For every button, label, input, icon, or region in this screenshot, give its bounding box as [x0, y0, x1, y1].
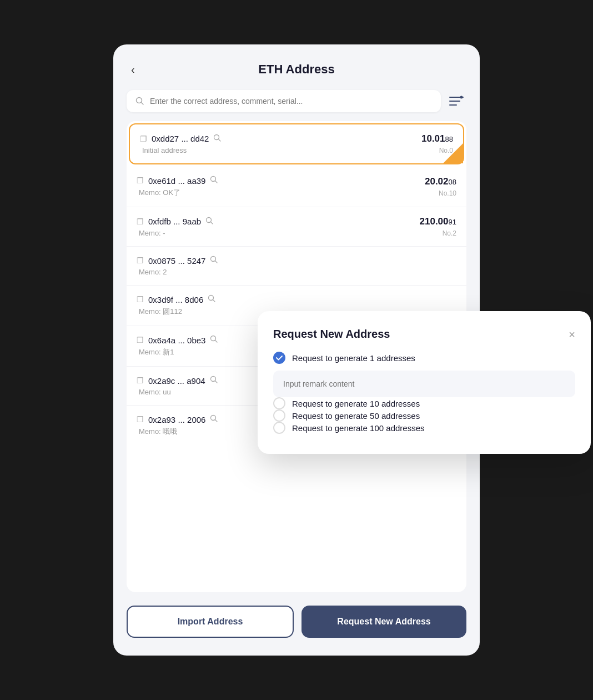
addr-amount: 210.0091	[420, 216, 456, 227]
search-addr-icon[interactable]	[210, 176, 218, 186]
addr-top: ❐ 0xdd27 ... dd42	[140, 134, 222, 144]
address-item[interactable]: ❐ 0xfdfb ... 9aab Memo: - 210.0091 No.2	[127, 207, 466, 247]
selected-corner	[443, 143, 463, 163]
modal-title: Request New Address	[273, 328, 390, 341]
addr-amount: 10.0188	[421, 133, 453, 144]
modal-header: Request New Address ×	[273, 328, 575, 341]
addr-amount: 20.0208	[425, 176, 456, 187]
modal-option[interactable]: Request to generate 100 addresses	[273, 422, 575, 434]
addr-top: ❐ 0x6a4a ... 0be3	[137, 335, 218, 345]
radio-label: Request to generate 100 addresses	[292, 423, 425, 433]
svg-line-17	[215, 341, 218, 343]
addr-top: ❐ 0x2a93 ... 2006	[137, 414, 218, 424]
copy-icon[interactable]: ❐	[137, 295, 144, 304]
addr-left: ❐ 0xe61d ... aa39 Memo: OK了	[137, 176, 218, 198]
addr-no: No.10	[439, 189, 456, 197]
addr-hash: 0xdd27 ... dd42	[152, 134, 209, 143]
radio-checked-icon	[273, 352, 285, 364]
import-address-button[interactable]: Import Address	[127, 606, 294, 638]
addr-hash: 0x3d9f ... 8d06	[148, 295, 203, 304]
addr-memo: Memo: 2	[137, 268, 218, 276]
radio-label: Request to generate 50 addresses	[292, 411, 420, 421]
addr-left: ❐ 0x2a93 ... 2006 Memo: 哦哦	[137, 414, 218, 437]
copy-icon[interactable]: ❐	[137, 336, 144, 344]
search-input[interactable]	[150, 97, 432, 106]
search-addr-icon[interactable]	[210, 256, 218, 266]
radio-option[interactable]: Request to generate 1 addresses	[273, 352, 575, 364]
svg-line-7	[219, 139, 221, 141]
addr-hash: 0x0875 ... 5247	[148, 256, 205, 266]
radio-label: Request to generate 10 addresses	[292, 399, 420, 408]
addr-top: ❐ 0xe61d ... aa39	[137, 176, 218, 186]
request-address-modal: Request New Address × Request to generat…	[258, 311, 591, 454]
filter-button[interactable]	[446, 92, 466, 110]
radio-unchecked-icon	[273, 397, 285, 409]
addr-hash: 0xfdfb ... 9aab	[148, 217, 201, 226]
svg-line-19	[215, 381, 217, 383]
addr-memo: Memo: OK了	[137, 188, 218, 198]
search-addr-icon[interactable]	[210, 335, 218, 345]
addr-memo: Initial address	[140, 146, 222, 154]
radio-option[interactable]: Request to generate 100 addresses	[273, 422, 575, 434]
addr-top: ❐ 0x2a9c ... a904	[137, 376, 218, 386]
addr-memo: Memo: -	[137, 229, 214, 237]
svg-line-11	[211, 222, 213, 224]
search-addr-icon[interactable]	[213, 134, 222, 144]
search-icon	[135, 97, 144, 106]
modal-options: Request to generate 1 addresses Request …	[273, 352, 575, 434]
addr-right: 210.0091 No.2	[420, 216, 456, 237]
svg-line-1	[142, 103, 144, 105]
addr-left: ❐ 0xfdfb ... 9aab Memo: -	[137, 217, 214, 237]
request-new-address-button[interactable]: Request New Address	[301, 606, 466, 638]
radio-option[interactable]: Request to generate 50 addresses	[273, 409, 575, 422]
addr-right: 20.0208 No.10	[425, 176, 456, 197]
addr-no: No.2	[443, 229, 456, 237]
modal-option[interactable]: Request to generate 10 addresses	[273, 397, 575, 409]
search-bar	[127, 90, 466, 112]
copy-icon[interactable]: ❐	[137, 217, 144, 226]
copy-icon[interactable]: ❐	[140, 134, 147, 143]
addr-hash: 0x6a4a ... 0be3	[148, 336, 205, 345]
radio-unchecked-icon	[273, 422, 285, 434]
addr-memo: Memo: uu	[137, 388, 218, 396]
addr-top: ❐ 0x0875 ... 5247	[137, 256, 218, 266]
copy-icon[interactable]: ❐	[137, 415, 144, 424]
radio-option[interactable]: Request to generate 10 addresses	[273, 397, 575, 409]
svg-line-21	[215, 420, 218, 422]
copy-icon[interactable]: ❐	[137, 256, 144, 265]
svg-line-15	[213, 300, 215, 302]
search-addr-icon[interactable]	[210, 414, 218, 424]
search-addr-icon[interactable]	[208, 294, 216, 304]
addr-hash: 0xe61d ... aa39	[148, 176, 205, 186]
addr-left: ❐ 0x3d9f ... 8d06 Memo: 圆112	[137, 294, 216, 317]
addr-memo: Memo: 新1	[137, 347, 218, 357]
remark-input[interactable]	[273, 371, 575, 397]
search-addr-icon[interactable]	[210, 376, 218, 386]
search-input-wrapper	[127, 90, 441, 112]
addr-top: ❐ 0x3d9f ... 8d06	[137, 294, 216, 304]
main-card: ‹ ETH Address ❐ 0xdd27 ... dd42	[113, 44, 480, 656]
address-item[interactable]: ❐ 0xdd27 ... dd42 Initial address 10.018…	[129, 123, 464, 164]
modal-option[interactable]: Request to generate 50 addresses	[273, 409, 575, 422]
modal-close-button[interactable]: ×	[569, 329, 575, 340]
search-addr-icon[interactable]	[205, 217, 214, 227]
addr-left: ❐ 0x0875 ... 5247 Memo: 2	[137, 256, 218, 276]
addr-left: ❐ 0xdd27 ... dd42 Initial address	[140, 134, 222, 154]
address-item[interactable]: ❐ 0xe61d ... aa39 Memo: OK了 20.0208 No.1…	[127, 167, 466, 207]
addr-memo: Memo: 圆112	[137, 307, 216, 317]
svg-point-5	[460, 96, 463, 99]
address-item[interactable]: ❐ 0x0875 ... 5247 Memo: 2	[127, 247, 466, 286]
addr-left: ❐ 0x6a4a ... 0be3 Memo: 新1	[137, 335, 218, 357]
header: ‹ ETH Address	[127, 62, 466, 77]
addr-hash: 0x2a9c ... a904	[148, 376, 205, 386]
modal-option[interactable]: Request to generate 1 addresses	[273, 352, 575, 397]
addr-hash: 0x2a93 ... 2006	[148, 415, 205, 424]
back-button[interactable]: ‹	[127, 61, 139, 78]
radio-label: Request to generate 1 addresses	[292, 353, 415, 363]
filter-icon	[449, 94, 464, 108]
copy-icon[interactable]: ❐	[137, 376, 144, 385]
addr-top: ❐ 0xfdfb ... 9aab	[137, 217, 214, 227]
copy-icon[interactable]: ❐	[137, 176, 144, 185]
addr-memo: Memo: 哦哦	[137, 427, 218, 437]
page-title: ETH Address	[258, 62, 334, 77]
